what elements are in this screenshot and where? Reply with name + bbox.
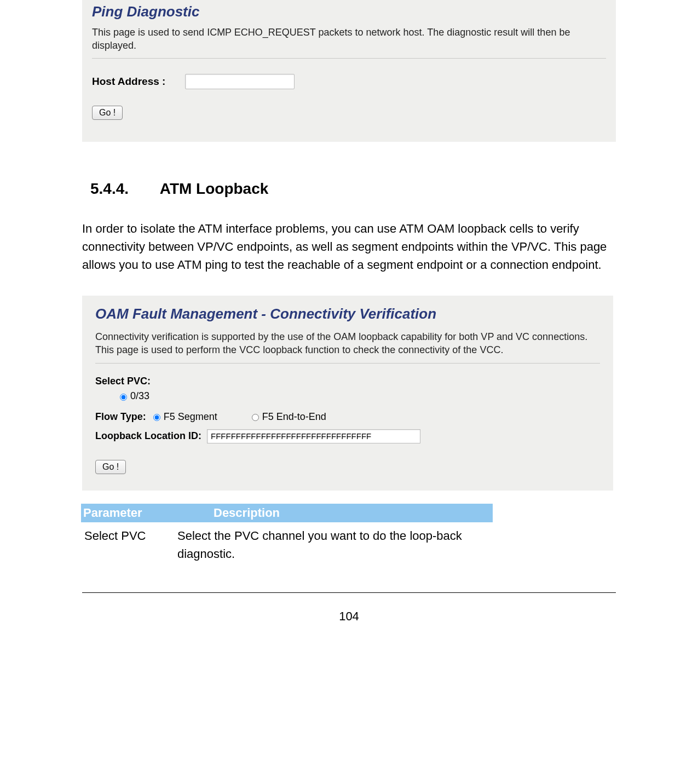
pvc-option-label: 0/33 (130, 390, 149, 402)
flow-segment-label: F5 Segment (164, 411, 217, 423)
section-number: 5.4.4. (90, 180, 156, 198)
parameter-table: Parameter Description Select PVC Select … (81, 504, 493, 565)
footer-rule (82, 592, 616, 593)
pvc-radio-0-33[interactable] (120, 394, 127, 401)
loopback-location-input[interactable] (207, 429, 420, 443)
loopback-location-label: Loopback Location ID: (95, 430, 201, 442)
host-address-label: Host Address : (92, 76, 185, 88)
cell-desc: Select the PVC channel you want to do th… (174, 522, 493, 565)
oam-fault-panel: OAM Fault Management - Connectivity Veri… (82, 296, 613, 491)
flow-radio-end[interactable] (252, 414, 259, 421)
flow-type-label: Flow Type: (95, 411, 146, 423)
section-body-text: In order to isolate the ATM interface pr… (82, 220, 616, 274)
ping-diagnostic-panel: Ping Diagnostic This page is used to sen… (82, 0, 616, 142)
section-heading: 5.4.4. ATM Loopback (90, 180, 616, 198)
flow-type-f5-segment[interactable]: F5 Segment (151, 411, 217, 423)
cell-param: Select PVC (81, 522, 174, 565)
section-title: ATM Loopback (160, 180, 269, 197)
flow-radio-segment[interactable] (153, 414, 160, 421)
page-number: 104 (0, 609, 698, 624)
oam-go-button[interactable]: Go ! (95, 460, 126, 474)
oam-fault-title: OAM Fault Management - Connectivity Veri… (95, 305, 600, 330)
table-row: Select PVC Select the PVC channel you wa… (81, 522, 493, 565)
ping-diagnostic-title: Ping Diagnostic (92, 0, 606, 26)
header-description: Description (174, 504, 493, 522)
select-pvc-label: Select PVC: (95, 376, 600, 387)
pvc-option-0-33[interactable]: 0/33 (117, 390, 149, 402)
oam-fault-description: Connectivity verification is supported b… (95, 330, 600, 364)
ping-diagnostic-description: This page is used to send ICMP ECHO_REQU… (92, 26, 606, 59)
host-address-input[interactable] (185, 74, 295, 89)
flow-type-f5-end[interactable]: F5 End-to-End (249, 411, 326, 423)
flow-end-label: F5 End-to-End (262, 411, 326, 423)
ping-go-button[interactable]: Go ! (92, 106, 123, 120)
table-header-row: Parameter Description (81, 504, 493, 522)
header-parameter: Parameter (81, 504, 174, 522)
